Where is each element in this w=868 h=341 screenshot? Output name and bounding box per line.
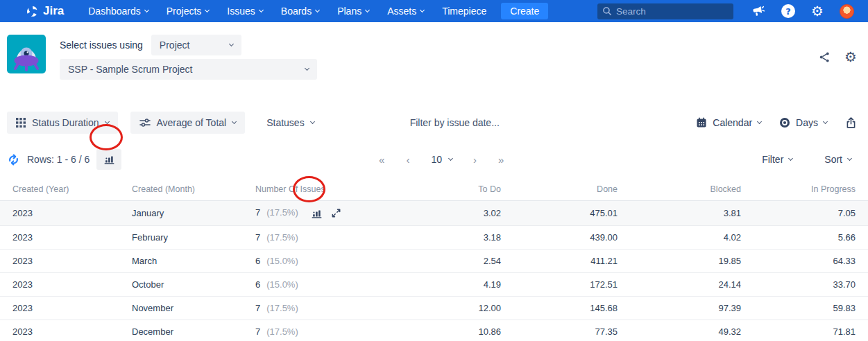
- statuses-label: Statuses: [266, 117, 304, 128]
- chevron-down-icon: [448, 156, 453, 161]
- report-type-button[interactable]: Status Duration: [7, 112, 118, 134]
- first-page-button[interactable]: «: [379, 154, 385, 166]
- col-header-blocked[interactable]: Blocked: [618, 180, 741, 201]
- cell-todo: 2.54: [394, 249, 501, 272]
- chevron-down-icon: [315, 8, 320, 12]
- cell-in-progress: 71.81: [741, 320, 868, 341]
- nav-item-label: Plans: [337, 6, 361, 17]
- issue-count: 7: [255, 207, 260, 218]
- calendar-selector[interactable]: Calendar: [696, 117, 761, 128]
- nav-item-assets[interactable]: Assets: [378, 0, 433, 22]
- issue-count: 6: [255, 279, 260, 290]
- nav-item-plans[interactable]: Plans: [328, 0, 378, 22]
- cell-issues: 7(17.5%): [255, 320, 394, 341]
- col-header-created-year[interactable]: Created (Year): [0, 180, 132, 201]
- issue-percent: (17.5%): [266, 207, 298, 218]
- issue-count: 7: [255, 303, 260, 313]
- avatar[interactable]: [840, 4, 854, 19]
- cell-year: 2023: [0, 296, 132, 320]
- cell-done: 475.01: [501, 201, 618, 226]
- date-filter-input[interactable]: [410, 117, 549, 128]
- col-header-todo[interactable]: To Do: [394, 180, 501, 201]
- nav-item-label: Issues: [227, 6, 255, 17]
- next-page-button[interactable]: ›: [473, 154, 477, 166]
- cell-todo: 3.18: [394, 225, 501, 249]
- chevron-down-icon: [365, 8, 370, 12]
- cell-todo: 4.19: [394, 272, 501, 296]
- cell-todo: 12.00: [394, 296, 501, 320]
- statuses-button[interactable]: Statuses: [257, 112, 323, 134]
- help-icon[interactable]: ?: [781, 4, 795, 18]
- sliders-icon: [139, 118, 151, 128]
- aggregation-label: Average of Total: [157, 117, 227, 128]
- cell-done: 411.21: [501, 249, 618, 272]
- cell-done: 439.00: [501, 225, 618, 249]
- issue-count: 7: [255, 326, 260, 337]
- unit-selector[interactable]: Days: [779, 117, 827, 128]
- cell-issues: 7(17.5%): [255, 296, 394, 320]
- project-select[interactable]: SSP - Sample Scrum Project: [60, 59, 317, 80]
- cell-in-progress: 7.05: [741, 201, 868, 226]
- chevron-down-icon: [847, 156, 852, 161]
- chevron-down-icon: [788, 156, 793, 161]
- unit-label: Days: [796, 117, 818, 128]
- gear-icon[interactable]: ⚙: [811, 4, 824, 18]
- row-chart-button[interactable]: [311, 208, 323, 219]
- col-header-created-month[interactable]: Created (Month): [132, 180, 255, 201]
- nav-item-issues[interactable]: Issues: [218, 0, 271, 22]
- issue-source-select[interactable]: Project: [151, 35, 241, 55]
- project-value: SSP - Sample Scrum Project: [68, 64, 192, 75]
- col-header-done[interactable]: Done: [501, 180, 618, 201]
- cell-todo: 3.02: [394, 201, 501, 226]
- expand-icon[interactable]: [332, 209, 341, 218]
- issue-percent: (17.5%): [266, 326, 298, 337]
- col-header-number-of-issues[interactable]: Number Of Issues: [255, 180, 394, 201]
- table-row[interactable]: 2023 November 7(17.5%) 12.00 145.68 97.3…: [0, 296, 868, 320]
- col-header-in-progress[interactable]: In Progress: [741, 180, 868, 201]
- jira-logo[interactable]: Jira: [26, 4, 64, 18]
- cell-issues: 7(17.5%): [255, 225, 394, 249]
- cell-in-progress: 33.70: [741, 272, 868, 296]
- nav-item-boards[interactable]: Boards: [272, 0, 328, 22]
- aggregation-button[interactable]: Average of Total: [130, 112, 246, 134]
- chart-view-button[interactable]: [96, 149, 121, 170]
- table-row[interactable]: 2023 March 6(15.0%) 2.54 411.21 19.85 64…: [0, 249, 868, 272]
- page-size-select[interactable]: 10: [431, 154, 452, 165]
- search-box[interactable]: [597, 3, 733, 19]
- last-page-button[interactable]: »: [498, 154, 504, 166]
- report-type-label: Status Duration: [32, 117, 99, 128]
- nav-item-projects[interactable]: Projects: [158, 0, 219, 22]
- cell-issues: 6(15.0%): [255, 272, 394, 296]
- search-input[interactable]: [616, 6, 720, 17]
- refresh-icon[interactable]: [7, 153, 20, 166]
- nav-item-timepiece[interactable]: Timepiece: [433, 0, 495, 22]
- chevron-down-icon: [229, 42, 234, 46]
- jira-logo-icon: [26, 6, 38, 17]
- create-button[interactable]: Create: [501, 3, 548, 19]
- cell-blocked: 97.39: [618, 296, 741, 320]
- cell-month: March: [132, 249, 255, 272]
- issue-percent: (15.0%): [266, 256, 298, 266]
- table-row[interactable]: 2023 October 6(15.0%) 4.19 172.51 24.14 …: [0, 272, 868, 296]
- prev-page-button[interactable]: ‹: [406, 154, 410, 166]
- brand-name: Jira: [43, 4, 64, 18]
- rows-count-label: Rows: 1 - 6 / 6: [27, 154, 90, 165]
- export-icon[interactable]: [845, 117, 857, 129]
- sort-menu[interactable]: Sort: [824, 154, 851, 165]
- settings-gear-icon[interactable]: ⚙: [844, 49, 857, 65]
- chevron-down-icon: [205, 8, 210, 12]
- sort-label: Sort: [824, 154, 842, 165]
- share-icon[interactable]: [819, 51, 831, 63]
- pagination: « ‹ 10 › »: [121, 154, 762, 166]
- chevron-down-icon: [104, 119, 109, 124]
- report-toolbar: Status Duration Average of Total Statuse…: [7, 112, 861, 134]
- announcements-icon[interactable]: [751, 5, 765, 18]
- calendar-icon: [696, 117, 707, 128]
- table-row[interactable]: 2023 February 7(17.5%) 3.18 439.00 4.02 …: [0, 225, 868, 249]
- chevron-down-icon: [232, 119, 237, 124]
- table-row[interactable]: 2023 December 7(17.5%) 10.86 77.35 49.32…: [0, 320, 868, 341]
- filter-menu[interactable]: Filter: [762, 154, 792, 165]
- table-row[interactable]: 2023 January 7(17.5%): [0, 201, 868, 226]
- nav-item-dashboards[interactable]: Dashboards: [79, 0, 158, 22]
- date-filter[interactable]: [410, 116, 549, 129]
